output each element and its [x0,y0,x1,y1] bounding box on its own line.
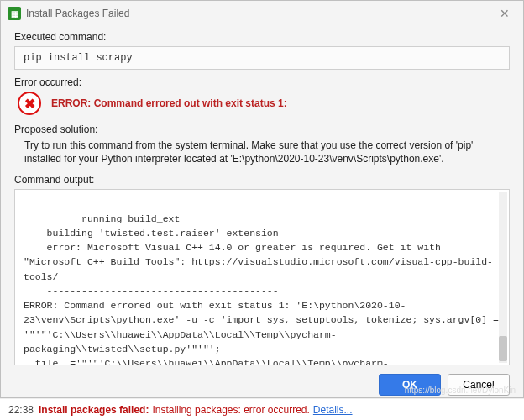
dialog-title: Install Packages Failed [26,8,129,19]
error-occurred-label: Error occurred: [14,76,510,88]
executed-command-label: Executed command: [14,31,510,43]
app-icon: ▦ [8,7,21,20]
proposed-solution-text: Try to run this command from the system … [24,139,506,165]
status-title: Install packages failed: [39,404,149,416]
scrollbar-thumb[interactable] [499,336,507,361]
status-text: Installing packages: error occurred. [152,404,309,416]
close-icon[interactable]: ✕ [493,3,516,24]
status-time: 22:38 [8,404,34,416]
command-output-box: running build_ext building 'twisted.test… [14,189,510,365]
command-output-label: Command output: [14,174,510,186]
error-icon: ✖ [18,92,41,115]
command-output-text: running build_ext building 'twisted.test… [24,213,505,366]
executed-command-box: pip install scrapy [14,46,510,70]
error-row: ✖ ERROR: Command errored out with exit s… [14,92,510,115]
dialog: ▦ Install Packages Failed ✕ Executed com… [0,0,524,398]
error-text: ERROR: Command errored out with exit sta… [51,97,287,109]
status-bar: 22:38 Install packages failed: Installin… [0,398,524,420]
status-details-link[interactable]: Details... [313,404,353,416]
watermark: https://blog.csdn.net/DylonKin [405,386,516,395]
titlebar: ▦ Install Packages Failed ✕ [1,1,523,26]
proposed-solution-label: Proposed solution: [14,123,510,135]
dialog-content: Executed command: pip install scrapy Err… [1,26,523,365]
